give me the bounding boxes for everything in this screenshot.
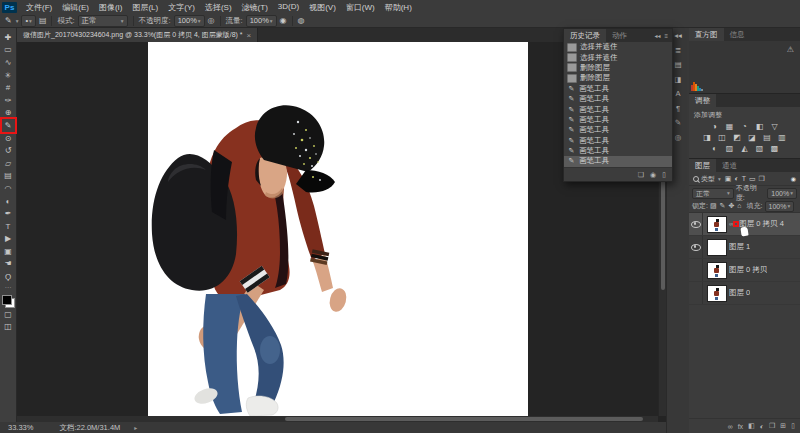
toggle-brush-panel-icon[interactable]: ▤ (39, 16, 47, 25)
color-balance-icon[interactable]: ◫ (716, 132, 728, 143)
pressure-opacity-icon[interactable]: ◎ (208, 16, 215, 25)
visibility-toggle[interactable] (689, 236, 703, 258)
lock-transparency-icon[interactable]: ▨ (710, 202, 717, 210)
airbrush-icon[interactable]: ◉ (280, 16, 287, 25)
visibility-toggle[interactable] (689, 282, 703, 304)
layer-row[interactable]: 图层 0 (689, 282, 800, 305)
healing-brush-tool[interactable]: ⊕ (2, 107, 15, 120)
eyedropper-tool[interactable]: ✑ (2, 94, 15, 107)
layer-blend-mode-select[interactable]: 正常▾ (692, 188, 734, 199)
menu-item[interactable]: 窗口(W) (341, 2, 380, 13)
photo-filter-icon[interactable]: ◪ (746, 132, 758, 143)
levels-icon[interactable]: ▦ (724, 121, 736, 132)
delete-layer-icon[interactable]: ▯ (791, 422, 795, 430)
history-state-row[interactable]: 选择并遮住 (564, 42, 672, 52)
color-panel-icon[interactable]: ≣ (675, 47, 681, 55)
collapse-panel-icon[interactable]: ◂◂ (654, 32, 660, 39)
layer-row[interactable]: 图层 1 (689, 236, 800, 259)
history-state-row[interactable]: ✎ 画笔工具 (564, 136, 672, 146)
history-state-row[interactable]: ✎ 画笔工具 (564, 156, 672, 166)
layer-row[interactable]: 图层 0 拷贝 (689, 259, 800, 282)
layer-thumbnail[interactable] (708, 240, 726, 255)
blur-tool[interactable]: ◠ (2, 182, 15, 195)
menu-item[interactable]: 图层(L) (127, 2, 163, 13)
selective-color-icon[interactable]: ▩ (769, 143, 781, 154)
exposure-icon[interactable]: ◧ (754, 121, 766, 132)
brush-settings-panel-icon[interactable]: ✎ (675, 119, 681, 127)
type-tool[interactable]: T (2, 220, 15, 233)
visibility-toggle[interactable] (689, 213, 703, 235)
brush-tool-preset-icon[interactable]: ✎ (5, 16, 12, 25)
new-group-icon[interactable]: ❐ (769, 422, 775, 430)
menu-item[interactable]: 选择(S) (200, 2, 237, 13)
lock-position-icon[interactable]: ✥ (728, 202, 734, 210)
filter-adjustment-layers-icon[interactable]: ◐ (734, 175, 738, 183)
brush-tool[interactable]: ✎ (2, 119, 15, 132)
layer-thumbnail[interactable] (708, 217, 726, 232)
posterize-icon[interactable]: ▨ (724, 143, 736, 154)
history-state-row[interactable]: ✎ 画笔工具 (564, 115, 672, 125)
filter-type-layers-icon[interactable]: T (742, 175, 746, 183)
path-selection-tool[interactable]: ▶ (2, 233, 15, 246)
layer-row[interactable]: ∞ 图层 0 拷贝 4 (689, 213, 800, 236)
link-layers-icon[interactable]: ∞ (728, 423, 733, 430)
foreground-color-swatch[interactable] (2, 295, 12, 305)
lock-pixels-icon[interactable]: ✎ (720, 202, 726, 210)
menu-item[interactable]: 视图(V) (304, 2, 341, 13)
pen-tool[interactable]: ✒ (2, 207, 15, 220)
threshold-icon[interactable]: ◭ (739, 143, 751, 154)
gradient-tool[interactable]: ▤ (2, 170, 15, 183)
history-state-row[interactable]: 删除图层 (564, 73, 672, 83)
layer-opacity-select[interactable]: 100%▾ (767, 188, 797, 199)
eraser-tool[interactable]: ▱ (2, 157, 15, 170)
visibility-toggle[interactable] (689, 259, 703, 281)
new-doc-from-state-icon[interactable]: ❏ (638, 171, 644, 179)
lasso-tool[interactable]: ∿ (2, 56, 15, 69)
tab-layers[interactable]: 图层 (689, 159, 716, 172)
add-layer-mask-icon[interactable]: ◧ (748, 422, 755, 430)
zoom-level[interactable]: 33.33% (8, 423, 33, 432)
history-state-row[interactable]: ✎ 画笔工具 (564, 84, 672, 94)
layer-thumbnail[interactable] (708, 263, 726, 278)
panel-menu-icon[interactable]: ≡ (664, 33, 668, 39)
histogram-warning-icon[interactable]: ⚠ (787, 45, 794, 54)
expand-panels-icon[interactable]: ◂◂ (674, 32, 682, 40)
zoom-tool[interactable]: Ϙ (2, 270, 15, 283)
clone-source-panel-icon[interactable]: ◎ (675, 134, 682, 142)
history-state-row[interactable]: ✎ 画笔工具 (564, 125, 672, 135)
menu-item[interactable]: 文字(Y) (163, 2, 200, 13)
black-white-icon[interactable]: ◩ (731, 132, 743, 143)
filter-toggle-icon[interactable]: ◉ (791, 175, 796, 182)
opacity-select[interactable]: 100%▾ (174, 15, 205, 27)
tab-history[interactable]: 历史记录 (564, 29, 606, 42)
tab-channels[interactable]: 通道 (716, 159, 743, 172)
history-state-row[interactable]: 选择并遮住 (564, 52, 672, 62)
horizontal-scrollbar-thumb[interactable] (285, 417, 643, 421)
quick-selection-tool[interactable]: ✳ (2, 69, 15, 82)
quick-mask-button[interactable]: ▢ (2, 308, 15, 321)
history-brush-tool[interactable]: ↺ (2, 144, 15, 157)
move-tool[interactable]: ✚ (2, 31, 15, 44)
shape-tool[interactable]: ▣ (2, 245, 15, 258)
marquee-tool[interactable]: ▭ (2, 44, 15, 57)
blend-mode-select[interactable]: 正常▾ (78, 15, 128, 27)
new-snapshot-icon[interactable]: ◉ (650, 171, 656, 179)
history-state-row[interactable]: 删除图层 (564, 63, 672, 73)
crop-tool[interactable]: # (2, 81, 15, 94)
new-layer-icon[interactable]: ⊞ (780, 422, 786, 430)
layer-style-icon[interactable]: fx (738, 423, 743, 430)
curves-icon[interactable]: ◔ (739, 121, 751, 132)
filter-type-label[interactable]: 类型 (701, 174, 715, 184)
tab-info[interactable]: 信息 (724, 28, 751, 41)
paragraph-panel-icon[interactable]: ¶ (676, 105, 680, 113)
history-state-row[interactable]: ✎ 画笔工具 (564, 146, 672, 156)
history-state-row[interactable]: ✎ 画笔工具 (564, 94, 672, 104)
clone-stamp-tool[interactable]: ⊙ (2, 132, 15, 145)
character-panel-icon[interactable]: A (675, 90, 680, 98)
more-tools-icon[interactable]: ⋯ (5, 284, 12, 292)
hue-saturation-icon[interactable]: ◨ (701, 132, 713, 143)
color-lookup-icon[interactable]: ▥ (776, 132, 788, 143)
filter-pixel-layers-icon[interactable]: ▣ (725, 175, 732, 183)
close-tab-icon[interactable]: × (247, 31, 252, 40)
menu-item[interactable]: 帮助(H) (380, 2, 417, 13)
